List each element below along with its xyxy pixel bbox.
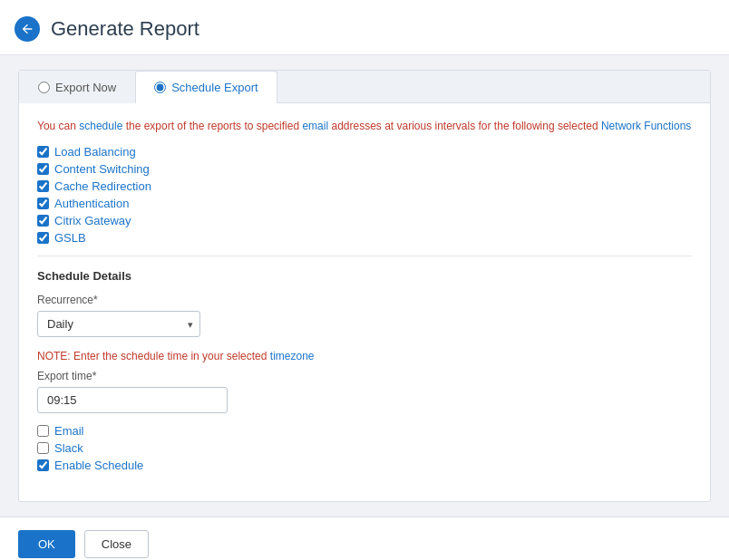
ok-button[interactable]: OK [18, 530, 75, 558]
info-text: You can schedule the export of the repor… [37, 118, 692, 134]
cr-label[interactable]: Cache Redirection [54, 179, 151, 193]
slack-checkbox[interactable] [37, 442, 49, 454]
note-text: NOTE: Enter the schedule time in your se… [37, 350, 692, 362]
checkbox-item-gslb: GSLB [37, 231, 692, 245]
email-checkbox[interactable] [37, 425, 49, 437]
slack-label[interactable]: Slack [54, 441, 83, 455]
checkbox-item-cr: Cache Redirection [37, 179, 692, 193]
cg-checkbox[interactable] [37, 215, 49, 227]
export-now-label[interactable]: Export Now [55, 81, 116, 94]
tab-export-now[interactable]: Export Now [19, 71, 135, 103]
page-header: Generate Report [0, 0, 729, 55]
auth-label[interactable]: Authentication [54, 197, 129, 210]
notification-list: Email Slack Enable Schedule [37, 424, 692, 472]
auth-checkbox[interactable] [37, 198, 49, 209]
export-time-label: Export time* [37, 370, 692, 382]
schedule-export-radio[interactable] [154, 82, 166, 93]
lb-label[interactable]: Load Balancing [54, 145, 136, 159]
cs-label[interactable]: Content Switching [54, 162, 150, 176]
recurrence-select-wrapper: Daily Weekly Monthly ▾ [37, 311, 200, 337]
cg-label[interactable]: Citrix Gateway [54, 214, 131, 227]
checkbox-item-auth: Authentication [37, 197, 692, 210]
checkbox-item-enable: Enable Schedule [37, 459, 692, 472]
card-body: You can schedule the export of the repor… [19, 103, 710, 501]
checkbox-item-slack: Slack [37, 441, 692, 455]
enable-schedule-label[interactable]: Enable Schedule [54, 459, 143, 472]
cs-checkbox[interactable] [37, 163, 49, 175]
checkbox-item-cg: Citrix Gateway [37, 214, 692, 227]
gslb-label[interactable]: GSLB [54, 231, 86, 245]
enable-schedule-checkbox[interactable] [37, 459, 49, 471]
divider [37, 256, 692, 256]
schedule-details-title: Schedule Details [37, 269, 692, 283]
report-card: Export Now Schedule Export You can sched… [18, 70, 711, 502]
main-content: Export Now Schedule Export You can sched… [0, 55, 729, 517]
lb-checkbox[interactable] [37, 146, 49, 158]
page-title: Generate Report [51, 17, 199, 41]
back-button[interactable] [15, 16, 40, 42]
tab-schedule-export[interactable]: Schedule Export [135, 71, 277, 103]
checkbox-item-lb: Load Balancing [37, 145, 692, 159]
network-functions-list: Load Balancing Content Switching Cache R… [37, 145, 692, 245]
checkbox-item-email: Email [37, 424, 692, 438]
close-button[interactable]: Close [84, 530, 149, 558]
page-footer: OK Close [0, 517, 729, 560]
recurrence-label: Recurrence* [37, 294, 692, 306]
checkbox-item-cs: Content Switching [37, 162, 692, 176]
export-now-radio[interactable] [38, 82, 50, 93]
schedule-export-label[interactable]: Schedule Export [171, 81, 258, 94]
export-time-input[interactable] [37, 387, 228, 413]
email-label[interactable]: Email [54, 424, 84, 438]
cr-checkbox[interactable] [37, 180, 49, 192]
recurrence-select[interactable]: Daily Weekly Monthly [37, 311, 200, 337]
tab-bar: Export Now Schedule Export [19, 71, 710, 103]
gslb-checkbox[interactable] [37, 232, 49, 244]
